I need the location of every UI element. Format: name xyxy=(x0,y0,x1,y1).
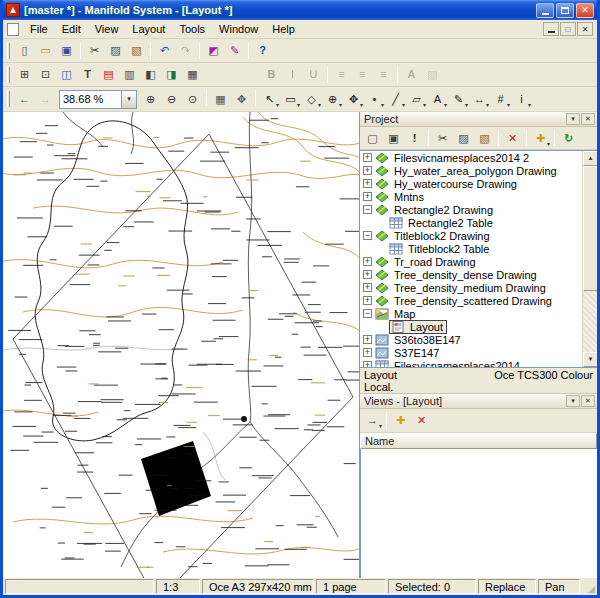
tree-item[interactable]: +Filesvicnamesplaces2014 2 xyxy=(360,151,582,164)
expand-icon[interactable]: + xyxy=(363,270,372,279)
expand-icon[interactable]: + xyxy=(363,166,372,175)
open-view-button[interactable]: →▾ xyxy=(362,411,383,430)
zoom-dropdown-button[interactable]: ▾ xyxy=(121,90,137,109)
tree-item[interactable]: +S36to38E147 xyxy=(360,333,582,346)
tree-item[interactable]: +Tree_density_medium Drawing xyxy=(360,281,582,294)
new-component-button[interactable]: ◩ xyxy=(203,41,224,60)
project-pane-close-button[interactable]: ✕ xyxy=(581,113,595,125)
mdi-minimize-button[interactable] xyxy=(543,22,559,36)
collapse-icon[interactable]: − xyxy=(363,231,372,240)
help-button[interactable]: ? xyxy=(252,41,273,60)
undo-button[interactable]: ↶ xyxy=(154,41,175,60)
new-view-button[interactable]: ✚ xyxy=(390,411,411,430)
box-select-tool-button[interactable]: ▭▾ xyxy=(280,90,301,109)
style-tool-button-1[interactable]: ▤ xyxy=(98,65,119,84)
tree-item[interactable]: Titleblock2 Table xyxy=(360,242,582,255)
tree-item[interactable]: Rectangle2 Table xyxy=(360,216,582,229)
status-mode-replace[interactable]: Replace xyxy=(478,579,536,594)
menu-item-edit[interactable]: Edit xyxy=(55,21,88,37)
tree-item[interactable]: +Hy_water_area_polygon Drawing xyxy=(360,164,582,177)
save-button[interactable]: ▣ xyxy=(56,41,77,60)
insert-point-tool-button[interactable]: •▾ xyxy=(364,90,385,109)
select-tool-button[interactable]: ↖▾ xyxy=(259,90,280,109)
pan-tool-button[interactable]: ✥▾ xyxy=(343,90,364,109)
menu-item-window[interactable]: Window xyxy=(212,21,265,37)
style-tool-button-2[interactable]: ▥ xyxy=(119,65,140,84)
mdi-restore-button[interactable]: □ xyxy=(560,22,576,36)
copy-button[interactable]: ▨ xyxy=(453,129,474,148)
open-component-button[interactable]: ▣ xyxy=(383,129,404,148)
close-button[interactable]: ✕ xyxy=(576,3,594,18)
view-back-button[interactable]: ← xyxy=(14,90,35,109)
manifold-app-icon[interactable] xyxy=(6,3,20,17)
paste-button[interactable]: ▧ xyxy=(126,41,147,60)
maximize-button[interactable] xyxy=(556,3,574,18)
scroll-down-icon[interactable]: ▼ xyxy=(583,352,597,367)
zoom-tool-button[interactable]: ⊕▾ xyxy=(322,90,343,109)
copy-button[interactable]: ▨ xyxy=(105,41,126,60)
collapse-icon[interactable]: − xyxy=(363,309,372,318)
tree-scrollbar[interactable]: ▲ ▼ xyxy=(582,151,597,367)
toolbar-grip[interactable] xyxy=(7,91,10,107)
tree-item[interactable]: Layout xyxy=(360,320,582,333)
open-window-button[interactable]: ▢ xyxy=(362,129,383,148)
refresh-button[interactable]: ↻ xyxy=(558,129,579,148)
project-pane-menu-button[interactable]: ▾ xyxy=(566,113,580,125)
expand-icon[interactable]: + xyxy=(363,296,372,305)
tree-item[interactable]: −Titleblock2 Drawing xyxy=(360,229,582,242)
zoom-fit-button[interactable]: ⊙ xyxy=(182,90,203,109)
delete-button[interactable]: ✕ xyxy=(502,129,523,148)
style-tool-button-4[interactable]: ◨ xyxy=(161,65,182,84)
snap-mode-button[interactable]: #▾ xyxy=(490,90,511,109)
menu-item-help[interactable]: Help xyxy=(265,21,302,37)
views-list[interactable] xyxy=(360,449,597,578)
layout-canvas[interactable] xyxy=(3,112,360,578)
expand-icon[interactable]: + xyxy=(363,348,372,357)
scrollbar-thumb[interactable] xyxy=(583,166,597,291)
new-button[interactable]: ▯ xyxy=(14,41,35,60)
zoom-input[interactable] xyxy=(59,90,121,109)
expand-icon[interactable]: + xyxy=(363,153,372,162)
tree-item[interactable]: −Rectangle2 Drawing xyxy=(360,203,582,216)
collapse-icon[interactable]: − xyxy=(363,205,372,214)
lasso-select-tool-button[interactable]: ◇▾ xyxy=(301,90,322,109)
properties-button[interactable]: ! xyxy=(404,129,425,148)
style-tool-button-3[interactable]: ◧ xyxy=(140,65,161,84)
scroll-up-icon[interactable]: ▲ xyxy=(583,151,597,166)
snap-tool-button-3[interactable]: ◫ xyxy=(56,65,77,84)
views-pane-menu-button[interactable]: ▾ xyxy=(566,395,580,407)
tree-item[interactable]: +Tree_density_scattered Drawing xyxy=(360,294,582,307)
edit-query-button[interactable]: ✎ xyxy=(224,41,245,60)
new-component-button[interactable]: ✚▾ xyxy=(530,129,551,148)
expand-icon[interactable]: + xyxy=(363,179,372,188)
menu-item-view[interactable]: View xyxy=(88,21,126,37)
pan-hand-button[interactable]: ✥ xyxy=(231,90,252,109)
grid-button[interactable]: ▦ xyxy=(210,90,231,109)
measure-tool-button[interactable]: ↔▾ xyxy=(469,90,490,109)
text-tool-button[interactable]: T xyxy=(77,65,98,84)
tree-item[interactable]: −Map xyxy=(360,307,582,320)
delete-view-button[interactable]: ✕ xyxy=(411,411,432,430)
document-icon[interactable] xyxy=(7,23,19,36)
zoom-in-button[interactable]: ⊕ xyxy=(140,90,161,109)
tree-item[interactable]: +Tree_density_dense Drawing xyxy=(360,268,582,281)
expand-icon[interactable]: + xyxy=(363,361,372,367)
zoom-out-button[interactable]: ⊖ xyxy=(161,90,182,109)
cut-button[interactable]: ✂ xyxy=(432,129,453,148)
info-tool-button[interactable]: i▾ xyxy=(511,90,532,109)
tree-item[interactable]: +Mntns xyxy=(360,190,582,203)
mdi-close-button[interactable]: ✕ xyxy=(577,22,593,36)
expand-icon[interactable]: + xyxy=(363,257,372,266)
tree-item[interactable]: +Hy_watercourse Drawing xyxy=(360,177,582,190)
open-button[interactable]: ▭ xyxy=(35,41,56,60)
expand-icon[interactable]: + xyxy=(363,192,372,201)
paste-button[interactable]: ▧ xyxy=(474,129,495,148)
status-mode-pan[interactable]: Pan xyxy=(538,579,580,594)
snap-tool-button-1[interactable]: ⊞ xyxy=(14,65,35,84)
views-name-column-header[interactable]: Name xyxy=(360,433,597,449)
toolbar-grip[interactable] xyxy=(7,43,10,59)
minimize-button[interactable] xyxy=(536,3,554,18)
toolbar-grip[interactable] xyxy=(7,67,10,83)
menu-item-file[interactable]: File xyxy=(23,21,55,37)
insert-text-tool-button[interactable]: A▾ xyxy=(427,90,448,109)
